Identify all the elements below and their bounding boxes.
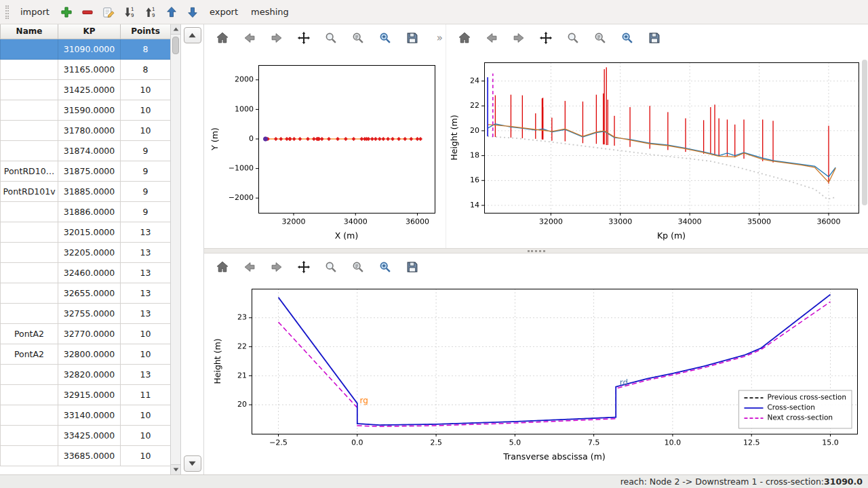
table-row[interactable]: 32015.000013 xyxy=(1,222,171,242)
save-button[interactable] xyxy=(646,29,663,47)
cell-name[interactable] xyxy=(1,100,58,120)
cell-kp[interactable]: 31874.0000 xyxy=(58,140,121,161)
cell-points[interactable]: 10 xyxy=(121,120,171,140)
zoom-button[interactable] xyxy=(564,29,582,47)
cell-kp[interactable]: 31590.0000 xyxy=(58,100,121,120)
cell-points[interactable]: 13 xyxy=(121,283,171,303)
export-button[interactable]: export xyxy=(204,4,243,20)
cell-kp[interactable]: 32015.0000 xyxy=(58,222,121,242)
cell-points[interactable]: 9 xyxy=(121,161,171,181)
cell-points[interactable]: 8 xyxy=(121,59,171,79)
cell-points[interactable]: 10 xyxy=(121,79,171,100)
table-scrollbar[interactable] xyxy=(170,24,181,474)
customize-button[interactable] xyxy=(376,258,394,276)
cell-points[interactable]: 9 xyxy=(121,201,171,222)
table-row[interactable]: 32655.000013 xyxy=(1,283,171,303)
cell-points[interactable]: 13 xyxy=(121,222,171,242)
cell-kp[interactable]: 32755.0000 xyxy=(58,303,121,323)
cell-points[interactable]: 10 xyxy=(121,405,171,425)
back-button[interactable] xyxy=(241,29,258,47)
cell-points[interactable]: 10 xyxy=(121,344,171,364)
move-up-button[interactable] xyxy=(162,3,181,22)
cell-kp[interactable]: 31886.0000 xyxy=(58,201,121,222)
cell-kp[interactable]: 32770.0000 xyxy=(58,323,121,344)
zoom-button[interactable] xyxy=(322,29,340,47)
subplots-button[interactable] xyxy=(591,29,609,47)
table-row[interactable]: 33685.000010 xyxy=(1,445,171,466)
cell-name[interactable] xyxy=(1,405,58,425)
back-button[interactable] xyxy=(483,29,500,47)
table-row[interactable]: 31090.00008 xyxy=(1,39,171,59)
cell-points[interactable]: 10 xyxy=(121,425,171,445)
toolbar-extension-icon[interactable]: » xyxy=(437,32,443,44)
cell-kp[interactable]: 32205.0000 xyxy=(58,242,121,262)
home-button[interactable] xyxy=(214,29,231,47)
column-header-name[interactable]: Name xyxy=(1,24,58,39)
scrollbar-thumb[interactable] xyxy=(172,37,179,54)
cell-kp[interactable]: 31165.0000 xyxy=(58,59,121,79)
cell-kp[interactable]: 31885.0000 xyxy=(58,181,121,201)
table-row[interactable]: PontRD10…31875.00009 xyxy=(1,161,171,181)
pan-button[interactable] xyxy=(295,29,313,47)
cell-name[interactable] xyxy=(1,79,58,100)
cell-name[interactable] xyxy=(1,262,58,283)
cell-name[interactable] xyxy=(1,283,58,303)
cell-points[interactable]: 11 xyxy=(121,384,171,405)
cell-points[interactable]: 13 xyxy=(121,364,171,384)
table-row[interactable]: PontA232770.000010 xyxy=(1,323,171,344)
table-row[interactable]: 33140.000010 xyxy=(1,405,171,425)
save-button[interactable] xyxy=(403,258,421,276)
home-button[interactable] xyxy=(214,258,231,276)
toolbar-grip[interactable] xyxy=(5,5,9,19)
scrollbar-track[interactable] xyxy=(171,35,180,464)
add-cross-section-button[interactable] xyxy=(57,3,76,22)
sort-ascending-button[interactable]: 19 xyxy=(141,3,160,22)
column-header-points[interactable]: Points xyxy=(121,24,171,39)
table-row[interactable]: PontRD101v31885.00009 xyxy=(1,181,171,201)
pan-button[interactable] xyxy=(295,258,313,276)
table-row[interactable]: 31886.00009 xyxy=(1,201,171,222)
cell-name[interactable] xyxy=(1,140,58,161)
sort-descending-button[interactable]: 19 xyxy=(120,3,139,22)
cross-section-plot[interactable] xyxy=(204,281,868,474)
cell-points[interactable]: 13 xyxy=(121,242,171,262)
back-button[interactable] xyxy=(241,258,258,276)
cell-points[interactable]: 10 xyxy=(121,445,171,466)
cell-name[interactable] xyxy=(1,425,58,445)
table-row[interactable]: 32820.000013 xyxy=(1,364,171,384)
plan-view-plot[interactable] xyxy=(204,52,446,248)
meshing-button[interactable]: meshing xyxy=(245,4,294,20)
cell-kp[interactable]: 33685.0000 xyxy=(58,445,121,466)
customize-button[interactable] xyxy=(376,29,394,47)
cell-kp[interactable]: 33140.0000 xyxy=(58,405,121,425)
cell-name[interactable]: PontRD10… xyxy=(1,161,58,181)
table-row[interactable]: 31780.000010 xyxy=(1,120,171,140)
scrollbar-down-button[interactable] xyxy=(171,464,180,474)
figure-vertical-scrollbar[interactable] xyxy=(862,60,867,205)
table-row[interactable]: 32205.000013 xyxy=(1,242,171,262)
cell-kp[interactable]: 31425.0000 xyxy=(58,79,121,100)
table-row[interactable]: 31425.000010 xyxy=(1,79,171,100)
table-row[interactable]: 33425.000010 xyxy=(1,425,171,445)
cell-name[interactable] xyxy=(1,120,58,140)
figures-splitter[interactable] xyxy=(204,248,868,253)
cell-points[interactable]: 10 xyxy=(121,323,171,344)
cell-kp[interactable]: 32800.0000 xyxy=(58,344,121,364)
forward-button[interactable] xyxy=(268,258,285,276)
cell-name[interactable] xyxy=(1,39,58,59)
forward-button[interactable] xyxy=(268,29,285,47)
cell-name[interactable]: PontRD101v xyxy=(1,181,58,201)
zoom-button[interactable] xyxy=(322,258,340,276)
cell-name[interactable] xyxy=(1,364,58,384)
page-up-button[interactable] xyxy=(184,27,201,43)
cell-kp[interactable]: 33425.0000 xyxy=(58,425,121,445)
cell-kp[interactable]: 31090.0000 xyxy=(58,39,121,59)
cell-name[interactable] xyxy=(1,222,58,242)
move-down-button[interactable] xyxy=(183,3,202,22)
column-header-kp[interactable]: KP xyxy=(58,24,121,39)
subplots-button[interactable] xyxy=(349,258,367,276)
cell-name[interactable]: PontA2 xyxy=(1,344,58,364)
forward-button[interactable] xyxy=(510,29,528,47)
table-row[interactable]: 31165.00008 xyxy=(1,59,171,79)
table-row[interactable]: 31874.00009 xyxy=(1,140,171,161)
